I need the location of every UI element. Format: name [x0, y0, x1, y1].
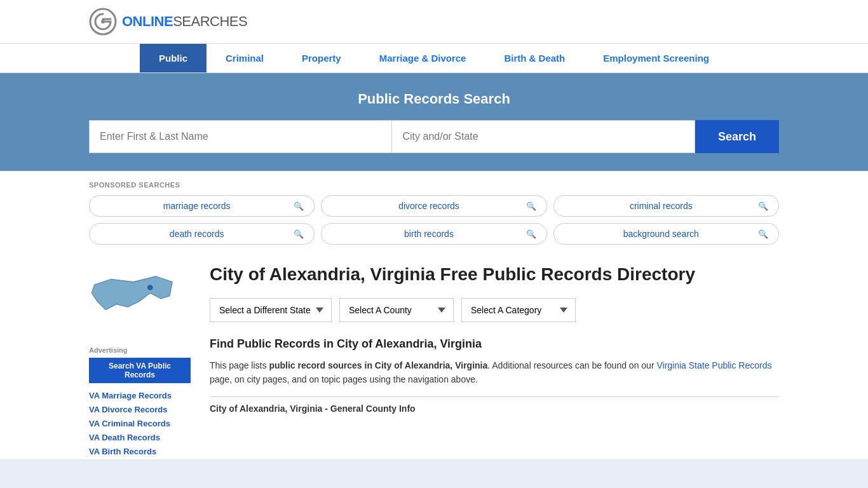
- sidebar-links: VA Marriage Records VA Divorce Records V…: [89, 390, 191, 457]
- logo[interactable]: ONLINESEARCHES: [89, 8, 247, 36]
- city-state-input[interactable]: [392, 120, 695, 153]
- general-county-info: City of Alexandria, Virginia - General C…: [210, 396, 779, 414]
- svg-marker-2: [92, 276, 172, 310]
- search-icon-4: 🔍: [294, 229, 304, 239]
- search-icon-1: 🔍: [294, 201, 304, 211]
- advertising-label: Advertising: [89, 346, 191, 354]
- sponsored-item-birth[interactable]: birth records 🔍: [321, 223, 546, 245]
- sidebar: Advertising Search VA Public Records VA …: [89, 264, 191, 459]
- header: ONLINESEARCHES: [0, 0, 868, 44]
- sponsored-item-marriage-text: marriage records: [100, 201, 294, 211]
- name-input[interactable]: [89, 120, 392, 153]
- content-area: Advertising Search VA Public Records VA …: [0, 264, 868, 459]
- sidebar-link-criminal[interactable]: VA Criminal Records: [89, 417, 191, 429]
- sidebar-link-death[interactable]: VA Death Records: [89, 431, 191, 443]
- main-nav: Public Criminal Property Marriage & Divo…: [0, 44, 868, 73]
- sponsored-item-criminal[interactable]: criminal records 🔍: [553, 195, 779, 217]
- find-records-title: Find Public Records in City of Alexandri…: [210, 337, 779, 351]
- sponsored-item-criminal-text: criminal records: [564, 201, 758, 211]
- main-content: City of Alexandria, Virginia Free Public…: [210, 264, 779, 459]
- svg-point-3: [147, 285, 153, 290]
- find-text-bold: public record sources in City of Alexand…: [269, 360, 487, 370]
- page-title: City of Alexandria, Virginia Free Public…: [210, 264, 779, 285]
- nav-employment[interactable]: Employment Screening: [584, 44, 728, 72]
- find-text-2: . Additional resources can be found on o…: [487, 360, 656, 370]
- sidebar-link-birth[interactable]: VA Birth Records: [89, 445, 191, 457]
- state-map: [89, 264, 178, 334]
- search-banner-title: Public Records Search: [89, 91, 779, 107]
- county-dropdown[interactable]: Select A County: [339, 298, 454, 322]
- nav-marriage-divorce[interactable]: Marriage & Divorce: [360, 44, 485, 72]
- sponsored-item-birth-text: birth records: [332, 229, 526, 239]
- logo-text: ONLINESEARCHES: [122, 13, 247, 30]
- search-icon-2: 🔍: [526, 201, 536, 211]
- search-button[interactable]: Search: [695, 120, 779, 153]
- sponsored-item-death[interactable]: death records 🔍: [89, 223, 315, 245]
- sponsored-item-death-text: death records: [100, 229, 294, 239]
- nav-birth-death[interactable]: Birth & Death: [485, 44, 584, 72]
- sponsored-grid: marriage records 🔍 divorce records 🔍 cri…: [89, 195, 779, 245]
- sponsored-label: SPONSORED SEARCHES: [89, 181, 779, 189]
- find-records-text: This page lists public record sources in…: [210, 358, 779, 387]
- search-banner: Public Records Search Search: [0, 73, 868, 171]
- virginia-state-link[interactable]: Virginia State Public Records: [656, 360, 771, 370]
- search-row: Search: [89, 120, 779, 153]
- search-icon-5: 🔍: [526, 229, 536, 239]
- find-text-3: page, on city pages, and on topic pages …: [210, 374, 478, 384]
- sponsored-item-background[interactable]: background search 🔍: [553, 223, 779, 245]
- sidebar-link-marriage[interactable]: VA Marriage Records: [89, 390, 191, 401]
- sponsored-item-background-text: background search: [564, 229, 758, 239]
- find-text-1: This page lists: [210, 360, 269, 370]
- nav-public[interactable]: Public: [140, 44, 207, 72]
- sponsored-item-divorce[interactable]: divorce records 🔍: [321, 195, 546, 217]
- dropdowns-row: Select a Different State Select A County…: [210, 298, 779, 322]
- category-dropdown[interactable]: Select A Category: [461, 298, 576, 322]
- search-icon-3: 🔍: [758, 201, 768, 211]
- logo-icon: [89, 8, 117, 36]
- sponsored-item-marriage[interactable]: marriage records 🔍: [89, 195, 315, 217]
- sidebar-ad-button[interactable]: Search VA Public Records: [89, 358, 191, 383]
- nav-criminal[interactable]: Criminal: [207, 44, 283, 72]
- sponsored-item-divorce-text: divorce records: [332, 201, 526, 211]
- main-wrapper: SPONSORED SEARCHES marriage records 🔍 di…: [0, 171, 868, 459]
- nav-property[interactable]: Property: [283, 44, 360, 72]
- state-dropdown[interactable]: Select a Different State: [210, 298, 332, 322]
- sidebar-link-divorce[interactable]: VA Divorce Records: [89, 403, 191, 415]
- sponsored-section: SPONSORED SEARCHES marriage records 🔍 di…: [0, 171, 868, 251]
- search-icon-6: 🔍: [758, 229, 768, 239]
- svg-point-1: [101, 20, 105, 24]
